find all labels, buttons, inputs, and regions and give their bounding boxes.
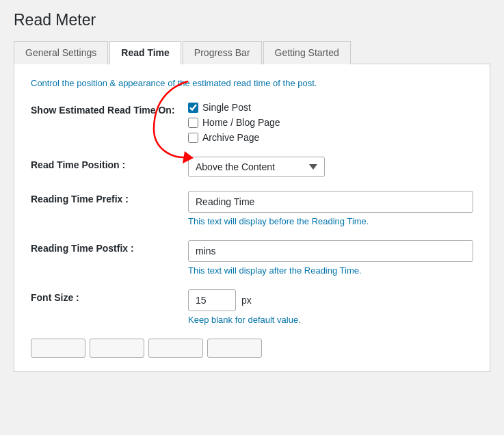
- postfix-control: This text will display after the Reading…: [188, 240, 473, 276]
- tab-read-time[interactable]: Read Time: [109, 41, 181, 64]
- font-size-wrap: px: [188, 289, 473, 311]
- checkbox-home-blog-label: Home / Blog Page: [202, 117, 280, 128]
- show-on-label: Show Estimated Read Time On:: [31, 102, 188, 116]
- page-title: Read Meter: [14, 11, 490, 29]
- show-on-row: Show Estimated Read Time On: Single Post…: [31, 102, 473, 143]
- checkbox-archive[interactable]: Archive Page: [188, 132, 473, 143]
- prefix-label: Reading Time Prefix :: [31, 191, 188, 205]
- tab-bar: General Settings Read Time Progress Bar …: [14, 40, 490, 64]
- position-control: Above the Content Below the Content Befo…: [188, 157, 473, 177]
- prefix-control: This text will display before the Readin…: [188, 191, 473, 226]
- tab-general-settings[interactable]: General Settings: [14, 41, 108, 64]
- fontsize-control: px Keep blank for default value.: [188, 289, 473, 325]
- checkbox-single-post-input[interactable]: [188, 103, 198, 113]
- bottom-buttons: [31, 339, 473, 358]
- page-wrapper: Read Meter General Settings Read Time Pr…: [0, 0, 504, 435]
- checkbox-archive-label: Archive Page: [202, 132, 259, 143]
- postfix-input[interactable]: [188, 240, 473, 262]
- fontsize-row: Font Size : px Keep blank for default va…: [31, 289, 473, 325]
- postfix-hint: This text will display after the Reading…: [188, 265, 473, 276]
- prefix-input[interactable]: [188, 191, 473, 213]
- tab-getting-started[interactable]: Getting Started: [263, 41, 351, 64]
- checkbox-home-blog[interactable]: Home / Blog Page: [188, 117, 473, 128]
- prefix-row: Reading Time Prefix : This text will dis…: [31, 191, 473, 226]
- fontsize-unit: px: [241, 295, 252, 306]
- checkbox-archive-input[interactable]: [188, 133, 198, 143]
- checkbox-group: Single Post Home / Blog Page Archive Pag…: [188, 102, 473, 143]
- prefix-hint: This text will display before the Readin…: [188, 216, 473, 226]
- position-label: Read Time Position :: [31, 157, 188, 170]
- checkbox-single-post[interactable]: Single Post: [188, 102, 473, 113]
- description-text: Control the position & appearance of the…: [31, 78, 473, 88]
- postfix-label: Reading Time Postfix :: [31, 240, 188, 254]
- bottom-btn-3[interactable]: [148, 339, 203, 358]
- checkbox-home-blog-input[interactable]: [188, 118, 198, 128]
- show-on-control: Single Post Home / Blog Page Archive Pag…: [188, 102, 473, 143]
- tab-progress-bar[interactable]: Progress Bar: [183, 41, 262, 64]
- postfix-row: Reading Time Postfix : This text will di…: [31, 240, 473, 276]
- bottom-btn-2[interactable]: [90, 339, 144, 358]
- checkbox-single-post-label: Single Post: [202, 102, 251, 113]
- content-area: Control the position & appearance of the…: [14, 64, 490, 372]
- fontsize-hint: Keep blank for default value.: [188, 315, 473, 325]
- fontsize-input[interactable]: [188, 289, 236, 311]
- position-dropdown[interactable]: Above the Content Below the Content Befo…: [188, 157, 325, 177]
- fontsize-label: Font Size :: [31, 289, 188, 303]
- bottom-btn-4[interactable]: [207, 339, 262, 358]
- position-row: Read Time Position : Above the Content B…: [31, 157, 473, 177]
- bottom-btn-1[interactable]: [31, 339, 85, 358]
